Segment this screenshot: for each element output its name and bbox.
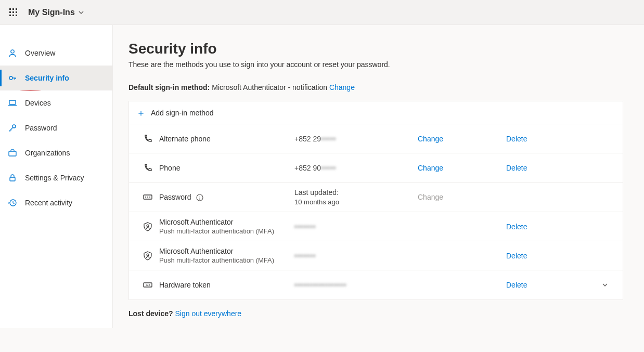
change-link[interactable]: Change: [418, 135, 506, 143]
phone-icon: [136, 163, 159, 173]
delete-link[interactable]: Delete: [506, 164, 595, 172]
delete-link[interactable]: Delete: [506, 252, 595, 260]
method-name: Alternate phone: [159, 135, 294, 143]
sidebar-item-label: Overview: [25, 49, 55, 57]
delete-link[interactable]: Delete: [506, 223, 595, 231]
methods-panel: ＋ Add sign-in method Alternate phone +85…: [128, 101, 623, 300]
default-signin-label: Default sign-in method:: [128, 83, 210, 92]
method-name: Microsoft Authenticator Push multi-facto…: [159, 247, 294, 264]
person-icon: [7, 48, 18, 58]
info-icon[interactable]: i: [196, 194, 203, 201]
lost-device-line: Lost device? Sign out everywhere: [128, 309, 623, 318]
sidebar-item-security-info[interactable]: Security info: [0, 66, 112, 90]
sidebar-item-label: Password: [25, 124, 57, 132]
sidebar-item-password[interactable]: Password: [0, 115, 112, 140]
delete-link[interactable]: Delete: [506, 135, 595, 143]
svg-point-17: [145, 197, 146, 198]
svg-text:123: 123: [146, 283, 150, 286]
add-signin-method-label: Add sign-in method: [151, 109, 214, 117]
svg-rect-7: [12, 15, 14, 16]
laptop-icon: [7, 98, 18, 108]
lost-device-label: Lost device?: [128, 309, 173, 318]
chevron-down-icon: [601, 281, 609, 289]
app-title: My Sign-Ins: [28, 8, 75, 17]
change-default-link[interactable]: Change: [329, 83, 355, 92]
svg-point-22: [147, 225, 149, 227]
svg-rect-0: [9, 8, 11, 10]
sidebar-item-settings-privacy[interactable]: Settings & Privacy: [0, 165, 112, 190]
svg-rect-14: [10, 177, 15, 181]
method-value: +852 90•••••: [294, 164, 418, 172]
phone-icon: [136, 134, 159, 144]
method-row: Password i Last updated: 10 months ago C…: [129, 182, 623, 212]
sidebar-item-label: Devices: [25, 99, 51, 107]
default-signin-line: Default sign-in method: Microsoft Authen…: [128, 83, 623, 92]
sign-out-everywhere-link[interactable]: Sign out everywhere: [175, 309, 241, 318]
method-value: •••••••: [294, 223, 418, 231]
sidebar-item-label: Settings & Privacy: [25, 174, 84, 182]
svg-point-10: [9, 76, 12, 80]
svg-rect-11: [9, 100, 16, 105]
sidebar-item-overview[interactable]: Overview: [0, 41, 112, 66]
briefcase-icon: [7, 148, 18, 158]
delete-link[interactable]: Delete: [506, 281, 595, 289]
svg-point-23: [147, 254, 149, 256]
chevron-down-icon: [78, 9, 84, 16]
password-icon: [136, 192, 159, 202]
method-value: •••••••••••••••••: [294, 281, 418, 289]
svg-rect-6: [9, 15, 11, 16]
expand-row-button[interactable]: [595, 281, 615, 289]
svg-point-19: [149, 197, 150, 198]
plus-icon: ＋: [136, 107, 146, 119]
svg-rect-8: [16, 15, 17, 16]
method-value: Last updated: 10 months ago: [294, 188, 418, 206]
sidebar-item-label: Security info: [25, 74, 69, 82]
method-name: Hardware token: [159, 281, 294, 289]
change-link[interactable]: Change: [418, 164, 506, 172]
method-value: •••••••: [294, 252, 418, 260]
method-name: Password i: [159, 193, 294, 201]
waffle-menu-button[interactable]: [5, 4, 22, 21]
sidebar-item-label: Organizations: [25, 149, 70, 157]
change-link-disabled: Change: [418, 193, 506, 201]
sidebar-item-devices[interactable]: Devices: [0, 90, 112, 115]
sidebar-item-organizations[interactable]: Organizations: [0, 140, 112, 165]
hardware-token-icon: 123: [136, 280, 159, 290]
sidebar-item-recent-activity[interactable]: Recent activity: [0, 190, 112, 215]
sidebar: Overview Security info Devices Password: [0, 25, 113, 328]
page-subtitle: These are the methods you use to sign in…: [128, 60, 623, 69]
method-name: Microsoft Authenticator Push multi-facto…: [159, 218, 294, 235]
svg-rect-3: [9, 11, 11, 13]
default-signin-value: Microsoft Authenticator - notification: [212, 83, 327, 92]
svg-rect-5: [16, 11, 17, 13]
svg-rect-1: [12, 8, 14, 10]
method-row: 123 Hardware token ••••••••••••••••• Del…: [129, 270, 623, 299]
method-name: Phone: [159, 164, 294, 172]
lock-icon: [7, 173, 18, 182]
authenticator-icon: [136, 221, 159, 232]
svg-rect-13: [9, 151, 16, 156]
method-row: Alternate phone +852 29••••• Change Dele…: [129, 124, 623, 153]
authenticator-icon: [136, 251, 159, 261]
app-title-dropdown[interactable]: My Sign-Ins: [26, 5, 86, 20]
svg-point-9: [11, 50, 14, 53]
key-outline-icon: [7, 123, 18, 133]
method-row: Microsoft Authenticator Push multi-facto…: [129, 241, 623, 270]
main-content: Security info These are the methods you …: [113, 25, 644, 328]
sidebar-item-label: Recent activity: [25, 199, 72, 207]
add-signin-method-button[interactable]: ＋ Add sign-in method: [129, 101, 623, 124]
svg-text:i: i: [199, 195, 201, 201]
top-bar: My Sign-Ins: [0, 0, 644, 25]
method-value: +852 29•••••: [294, 135, 418, 143]
waffle-icon: [9, 8, 18, 17]
history-icon: [7, 198, 18, 207]
svg-rect-4: [12, 11, 14, 13]
key-icon: [7, 73, 18, 83]
method-row: Microsoft Authenticator Push multi-facto…: [129, 212, 623, 241]
page-title: Security info: [128, 41, 623, 57]
method-row: Phone +852 90••••• Change Delete: [129, 153, 623, 182]
svg-rect-2: [16, 8, 17, 10]
svg-point-18: [147, 197, 148, 198]
